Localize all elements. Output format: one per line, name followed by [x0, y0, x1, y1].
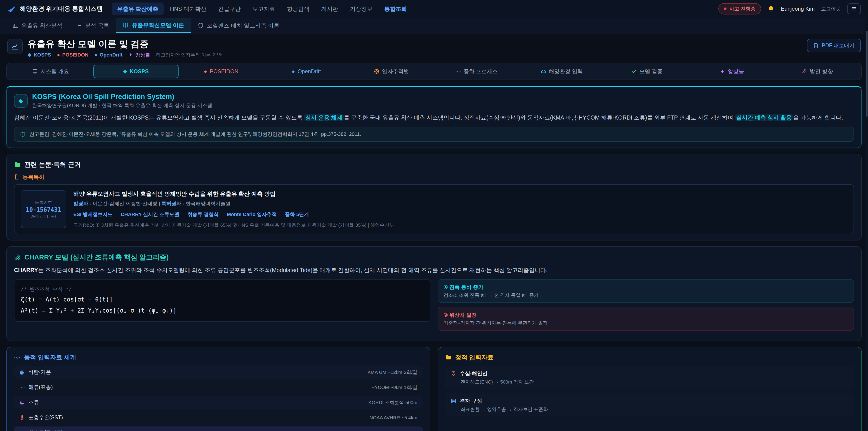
dot-icon: ● [57, 52, 60, 58]
tab-weathering-process[interactable]: 풍화 프로세스 [434, 65, 519, 78]
tag-wdc-formula[interactable]: 취송류 경험식 [187, 211, 219, 218]
book-icon [20, 131, 26, 137]
tag-monte-carlo[interactable]: Monte Carlo 입자추적 [227, 211, 277, 218]
menu-item-aerial-search[interactable]: 항공탐색 [281, 2, 315, 16]
subtab-label: 오일펜스 배치 알고리즘 이론 [207, 22, 279, 29]
static-item-grid: 격자 구성 좌표변환 → 영역추출 → 격자보간 표준화 [445, 393, 854, 417]
tab-future-direction[interactable]: 발전 방향 [775, 65, 860, 78]
pin-icon [451, 371, 456, 376]
incident-label: 사고 진행중 [729, 5, 755, 12]
page-scrollbar[interactable] [865, 0, 868, 431]
hamburger-menu-icon[interactable] [847, 3, 861, 14]
tab-marine-env-input[interactable]: 해양환경 입력 [519, 65, 604, 78]
kosps-title: KOSPS (Korea Oil Spill Prediction System… [32, 93, 212, 101]
subtab-label: 분석 목록 [85, 22, 109, 29]
tab-model-validation[interactable]: 모델 검증 [604, 65, 690, 78]
subtab-oil-fence-algorithm[interactable]: 오일펜스 배치 알고리즘 이론 [191, 18, 286, 33]
top-navbar: 해양환경 위기대응 통합시스템 유출유 확산예측 HNS·대기확산 긴급구난 보… [0, 0, 868, 18]
patent-section: 관련 논문·특허 근거 등록특허 등록번호 10-1567431 2015.11… [6, 154, 862, 241]
callout-amplitude: ① 진폭 동비 증가 검조소 조위 진폭 t배 → 전 격자 동일 t배 증가 [438, 279, 854, 303]
patent-people: 발명자 : 이문진·김혜진·이승현·전태병 | 특허권자 : 한국해양과학기술원 [73, 200, 394, 207]
subtab-analysis-list[interactable]: 분석 목록 [69, 18, 116, 33]
thermometer-icon [20, 415, 25, 420]
page-content: 유출유 확산 모델 이론 및 검증 ◆KOSPS ●POSEIDON ●Open… [0, 33, 868, 431]
tag-weathering-5[interactable]: 풍화 5단계 [285, 211, 309, 218]
tab-system-overview[interactable]: 시스템 개요 [8, 65, 93, 78]
kosps-section: ◆ KOSPS (Korea Oil Spill Prediction Syst… [6, 86, 862, 148]
user-name[interactable]: Eunjeong Kim [781, 6, 815, 12]
pdf-icon [813, 43, 819, 49]
model-badges: ◆KOSPS ●POSEIDON ●OpenDrift 앙상블 라그랑지안 입자… [28, 52, 222, 58]
formula-line-1: ζ(t) = A(t) cos[σt - θ(t)] [21, 294, 424, 305]
folder-icon [445, 354, 452, 361]
menu-item-oil-spill-prediction[interactable]: 유출유 확산예측 [112, 2, 164, 16]
patent-tags: ESI 방제정보지도 CHARRY 실시간 조류모델 취송류 경험식 Monte… [73, 211, 394, 218]
wave-icon [456, 69, 461, 74]
patent-details: 해양 유류오염사고 발생시 효율적인 방제방안 수립을 위한 유출유 확산 예측… [73, 190, 394, 228]
dyn-row-current: 해류(표층) HYCOM·~9km·1회/일 [14, 381, 423, 394]
patent-rnd-note: 국가R&D: ① 3차원 유출유 확산예측 기반 방제 지원기술 개발 (기여율… [73, 222, 394, 228]
notification-bell-icon[interactable] [767, 5, 775, 12]
menu-item-integrated-search[interactable]: 통합조회 [379, 2, 412, 16]
tab-poseidon[interactable]: ●POSEIDON [179, 65, 264, 78]
badge-ensemble: 앙상블 [128, 52, 150, 58]
scrollbar-thumb[interactable] [866, 31, 868, 117]
dyn-row-wind-temp: 바람·기온 KMA UM·~12km·2회/일 [14, 366, 423, 378]
static-input-header: 정적 입력자료 [445, 353, 854, 361]
static-input-section: 정적 입력자료 수심·해안선 전자해도(ENC) → 500m 격자 보간 격자… [438, 347, 862, 431]
kosps-header: ◆ KOSPS (Korea Oil Spill Prediction Syst… [14, 93, 854, 109]
check-icon [631, 69, 637, 74]
charry-description: CHARRY는 조화분석에 의한 검조소 실시간 조위와 조석 수치모델링에 의… [14, 266, 854, 275]
tag-charry-model[interactable]: CHARRY 실시간 조류모델 [121, 211, 179, 218]
charry-header: CHARRY 모델 (실시간 조류예측 핵심 알고리즘) [14, 253, 854, 262]
menu-item-hns-air[interactable]: HNS·대기확산 [164, 2, 212, 16]
subtab-label: 유출유 확산분석 [21, 22, 62, 29]
dynamic-input-section: 동적 입력자료 체계 바람·기온 KMA UM·~12km·2회/일 해류(표층… [6, 347, 430, 431]
document-icon [14, 174, 20, 180]
subtab-spill-analysis[interactable]: 유출유 확산분석 [5, 18, 69, 33]
tab-particle-tracking[interactable]: 입자추적법 [349, 65, 434, 78]
subtab-label: 유출유확산모델 이론 [132, 22, 184, 29]
menu-item-board[interactable]: 게시판 [316, 2, 344, 16]
grid-icon [451, 398, 456, 404]
diamond-icon: ◆ [14, 94, 28, 107]
dyn-row-sst: 표층수온(SST) NOAA AVHRR·~5.4km [14, 411, 423, 424]
pdf-export-button[interactable]: PDF 내보내기 [807, 39, 861, 52]
registered-patent-header: 등록특허 [14, 173, 854, 181]
subtab-diffusion-model-theory[interactable]: 유출유확산모델 이론 [116, 18, 191, 33]
sub-navigation: 유출유 확산분석 분석 목록 유출유확산모델 이론 오일펜스 배치 알고리즘 이… [0, 18, 868, 33]
logout-button[interactable]: 로그아웃 [821, 5, 841, 12]
menu-item-weather[interactable]: 기상정보 [344, 2, 378, 16]
wind-arrow-icon [20, 430, 25, 431]
tab-kosps[interactable]: ◆KOSPS [93, 65, 179, 78]
page-header: 유출유 확산 모델 이론 및 검증 ◆KOSPS ●POSEIDON ●Open… [7, 39, 861, 58]
wave-icon [14, 354, 20, 361]
input-data-columns: 동적 입력자료 체계 바람·기온 KMA UM·~12km·2회/일 해류(표층… [6, 347, 862, 431]
kosps-reference-text: 참고문헌: 김혜진·이문진·오세웅·강준묵, "유출유 확산 예측 모델의 상시… [29, 131, 361, 137]
app-logo[interactable]: 해양환경 위기대응 통합시스템 [7, 4, 103, 13]
tab-ensemble[interactable]: 앙상블 [689, 65, 775, 78]
charry-formula-block: /* 변조조석 수식 */ ζ(t) = A(t) cos[σt - θ(t)]… [14, 279, 430, 322]
kosps-description: 김혜진·이문진·오세웅·강준묵(2011)이 개발한 KOSPS는 유류오염사고… [14, 113, 854, 122]
wind-icon [20, 370, 25, 375]
main-menu: 유출유 확산예측 HNS·대기확산 긴급구난 보고자료 항공탐색 게시판 기상정… [112, 2, 412, 16]
dyn-row-wdc: 취송류(풍성류) KMA 바람 → 경험식 계산 [14, 427, 423, 431]
navbar-right: 사고 진행중 Eunjeong Kim 로그아웃 [718, 3, 861, 14]
menu-item-reports[interactable]: 보고자료 [247, 2, 281, 16]
tab-opendrift[interactable]: ●OpenDrift [264, 65, 349, 78]
shield-icon [198, 23, 204, 29]
registration-number-label: 등록번호 [35, 199, 52, 206]
patent-card: 등록번호 10-1567431 2015.11.03 해양 유류오염사고 발생시… [14, 184, 854, 234]
patent-registration-tile: 등록번호 10-1567431 2015.11.03 [21, 190, 66, 228]
menu-item-rescue[interactable]: 긴급구난 [213, 2, 246, 16]
kosps-reference-box: 참고문헌: 김혜진·이문진·오세웅·강준묵, "유출유 확산 예측 모델의 상시… [14, 127, 854, 142]
charry-callouts: ① 진폭 동비 증가 검조소 조위 진폭 t배 → 전 격자 동일 t배 증가 … [438, 279, 854, 335]
patent-section-title: 관련 논문·특허 근거 [24, 160, 81, 169]
dyn-row-tide: 조류 KORDI 조화분석·500m [14, 396, 423, 409]
book-icon [123, 22, 129, 28]
target-icon [374, 69, 379, 74]
tag-esi-map[interactable]: ESI 방제정보지도 [73, 211, 113, 218]
registration-date: 2015.11.03 [31, 214, 56, 219]
incident-status-badge[interactable]: 사고 진행중 [718, 3, 761, 14]
dot-icon: ● [204, 68, 207, 74]
